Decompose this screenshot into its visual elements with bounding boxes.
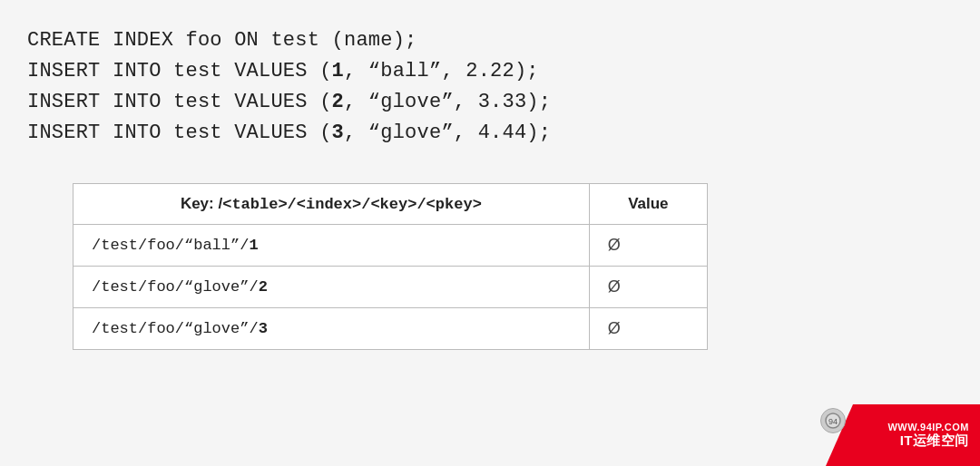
table-cell-key-1: /test/foo/“ball”/1 <box>74 225 590 267</box>
code-line-3: INSERT INTO test VALUES (2, “glove”, 3.3… <box>27 87 953 118</box>
data-table: Key: /<table>/<index>/<key>/<pkey> Value… <box>73 183 708 350</box>
watermark-icon: 94 <box>820 408 846 433</box>
code-text-2-pre: INSERT INTO test VALUES ( <box>27 60 332 83</box>
code-text-3-post: , “glove”, 3.33); <box>344 91 551 113</box>
table-cell-value-2: Ø <box>589 267 707 308</box>
code-text-3-bold: 2 <box>332 91 344 113</box>
table-header-value: Value <box>589 184 707 225</box>
code-text-4-bold: 3 <box>332 121 344 144</box>
code-text-3-pre: INSERT INTO test VALUES ( <box>27 91 332 113</box>
table-cell-value-1: Ø <box>589 225 707 267</box>
table-cell-key-3: /test/foo/“glove”/3 <box>74 308 590 350</box>
code-section: CREATE INDEX foo ON test (name); INSERT … <box>0 0 980 167</box>
code-line-4: INSERT INTO test VALUES (3, “glove”, 4.4… <box>27 118 953 149</box>
watermark-url: WWW.94IP.COM <box>887 422 969 432</box>
code-text-4-pre: INSERT INTO test VALUES ( <box>27 121 332 144</box>
code-text-2-post: , “ball”, 2.22); <box>344 60 539 83</box>
table-section: Key: /<table>/<index>/<key>/<pkey> Value… <box>73 183 907 350</box>
table-row: /test/foo/“glove”/2 Ø <box>74 267 708 308</box>
watermark-text: IT运维空间 <box>900 432 969 450</box>
watermark-badge: WWW.94IP.COM IT运维空间 <box>826 404 980 466</box>
table-cell-value-3: Ø <box>589 308 707 350</box>
code-text-1: CREATE INDEX foo ON test (name); <box>27 29 417 52</box>
code-text-4-post: , “glove”, 4.44); <box>344 121 551 144</box>
code-line-1: CREATE INDEX foo ON test (name); <box>27 25 953 56</box>
table-header-row: Key: /<table>/<index>/<key>/<pkey> Value <box>74 184 708 225</box>
table-row: /test/foo/“glove”/3 Ø <box>74 308 708 350</box>
table-header-key: Key: /<table>/<index>/<key>/<pkey> <box>74 184 590 225</box>
svg-text:94: 94 <box>828 417 838 426</box>
table-row: /test/foo/“ball”/1 Ø <box>74 225 708 267</box>
code-line-2: INSERT INTO test VALUES (1, “ball”, 2.22… <box>27 56 953 87</box>
code-text-2-bold: 1 <box>332 60 344 83</box>
table-cell-key-2: /test/foo/“glove”/2 <box>74 267 590 308</box>
